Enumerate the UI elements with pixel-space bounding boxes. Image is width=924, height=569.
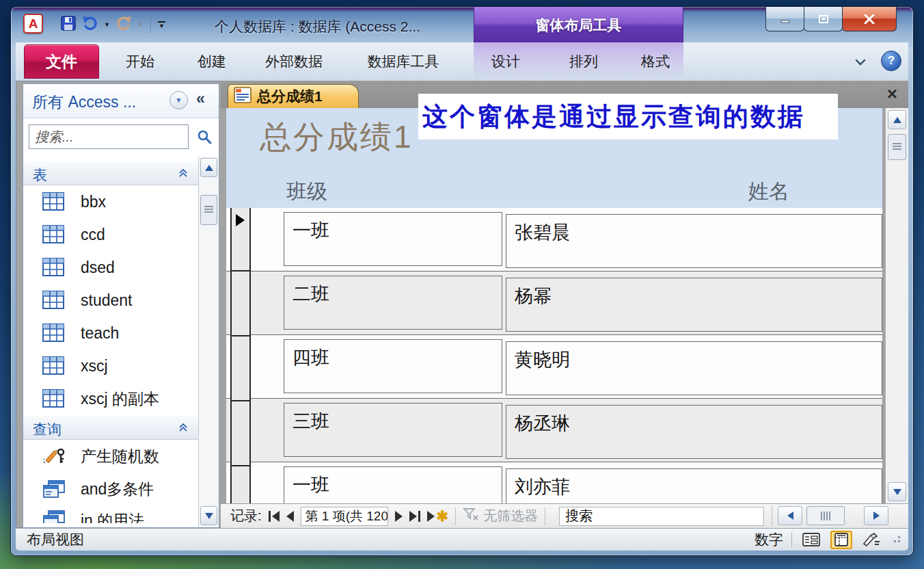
class-field[interactable]: 四班 [284, 339, 502, 393]
close-button[interactable] [842, 7, 897, 31]
redo-icon [115, 15, 133, 34]
name-field[interactable]: 黄晓明 [506, 341, 882, 395]
tab-design[interactable]: 设计 [478, 42, 533, 81]
sidebar-item-student[interactable]: student [23, 284, 198, 317]
record-selector[interactable] [232, 468, 249, 503]
undo-icon[interactable] [81, 15, 99, 34]
previous-record-icon[interactable] [286, 511, 294, 522]
column-header-class[interactable]: 班级 [286, 178, 327, 206]
document-vertical-scrollbar[interactable] [885, 108, 908, 503]
nav-object-list: 表 bbx ccd dsed student teach [23, 157, 198, 527]
tab-external-data[interactable]: 外部数据 [243, 42, 345, 81]
tab-create[interactable]: 创建 [181, 42, 243, 81]
scroll-thumb[interactable] [806, 506, 845, 525]
name-field[interactable]: 刘亦菲 [506, 468, 882, 503]
nav-pane-header[interactable]: 所有 Access ... ▼ « [23, 84, 219, 118]
table-icon [42, 389, 64, 410]
nav-search-input[interactable] [29, 124, 189, 149]
sidebar-item-and-query[interactable]: and多条件 [23, 473, 198, 505]
sidebar-item-in-query[interactable]: in 的用法 [23, 505, 198, 523]
expand-ribbon-icon[interactable] [855, 57, 866, 70]
tab-file[interactable]: 文件 [24, 44, 99, 79]
minimize-button[interactable] [765, 7, 804, 31]
next-record-icon[interactable] [395, 511, 403, 522]
tab-format[interactable]: 格式 [628, 42, 683, 81]
sidebar-item-teach[interactable]: teach [23, 317, 198, 349]
tab-arrange[interactable]: 排列 [556, 42, 611, 81]
table-icon [42, 258, 64, 279]
layout-view-icon[interactable] [830, 531, 852, 549]
navigation-pane: 所有 Access ... ▼ « 表 bbx ccd [23, 83, 219, 528]
scroll-up-icon[interactable] [888, 110, 906, 129]
tab-home[interactable]: 开始 [109, 42, 171, 81]
save-icon[interactable] [60, 15, 77, 34]
nav-scrollbar[interactable] [198, 157, 219, 527]
tab-database-tools[interactable]: 数据库工具 [345, 42, 461, 81]
chevron-up-icon[interactable] [178, 422, 189, 436]
record-search-input[interactable] [559, 507, 764, 526]
undo-dropdown-icon[interactable]: ▼ [104, 21, 110, 28]
class-field[interactable]: 二班 [284, 276, 502, 330]
horizontal-scrollbar[interactable] [772, 505, 906, 526]
record-selector-column[interactable] [230, 208, 251, 503]
current-record-icon [236, 214, 245, 226]
sidebar-item-ccd[interactable]: ccd [23, 218, 198, 251]
class-field[interactable]: 一班 [284, 212, 502, 266]
record-selector[interactable] [232, 338, 249, 401]
sidebar-item-dsed[interactable]: dsed [23, 251, 198, 284]
nav-pane-menu-icon[interactable]: ▼ [169, 91, 188, 109]
name-field[interactable]: 杨幂 [506, 278, 882, 332]
app-body: 所有 Access ... ▼ « 表 bbx ccd [16, 81, 908, 528]
num-lock-indicator: 数字 [755, 530, 783, 549]
first-record-icon[interactable] [269, 511, 280, 522]
class-field[interactable]: 一班 [284, 466, 502, 503]
sidebar-item-random-query[interactable]: 产生随机数 [23, 440, 198, 473]
scroll-up-icon[interactable] [200, 158, 217, 177]
column-header-name[interactable]: 姓名 [748, 178, 789, 206]
record-position-box[interactable]: 第 1 项(共 120 项 [301, 507, 388, 526]
record-selector[interactable] [232, 208, 249, 272]
scroll-left-icon[interactable] [778, 506, 802, 525]
scroll-right-icon[interactable] [864, 506, 888, 525]
nav-search-row [23, 120, 219, 155]
form-title[interactable]: 总分成绩1 [260, 116, 413, 159]
help-icon[interactable]: ? [881, 51, 901, 71]
contextual-tool-title: 窗体布局工具 [474, 7, 683, 42]
name-field[interactable]: 张碧晨 [506, 214, 882, 268]
resize-grip[interactable] [891, 533, 901, 546]
table-icon [42, 291, 64, 312]
section-queries[interactable]: 查询 [23, 415, 198, 440]
nav-pane-title: 所有 Access ... [32, 92, 136, 113]
name-field[interactable]: 杨丞琳 [506, 405, 882, 459]
annotation-text: 这个窗体是通过显示查询的数据 [422, 100, 805, 134]
no-filter-button[interactable]: 无筛选器 [463, 507, 538, 525]
new-record-icon[interactable]: ✱ [427, 511, 449, 522]
section-tables[interactable]: 表 [23, 161, 198, 185]
scroll-thumb[interactable] [888, 134, 906, 160]
view-name-label: 布局视图 [27, 530, 84, 549]
record-selector[interactable] [232, 273, 249, 336]
collapse-pane-icon[interactable]: « [196, 90, 205, 108]
sidebar-item-bbx[interactable]: bbx [23, 185, 198, 218]
chevron-up-icon[interactable] [178, 168, 189, 181]
maximize-button[interactable] [804, 7, 843, 31]
search-icon[interactable] [197, 129, 213, 148]
last-record-icon[interactable] [409, 511, 420, 522]
design-view-icon[interactable] [860, 531, 882, 549]
sidebar-item-xscj-copy[interactable]: xscj 的副本 [23, 382, 198, 415]
sidebar-item-xscj[interactable]: xscj [23, 349, 198, 382]
customize-qat-icon[interactable]: ▼ [158, 21, 165, 28]
access-app-icon[interactable]: A [23, 14, 43, 34]
form-detail: 一班 张碧晨 二班 杨幂 四班 黄晓明 三班 杨丞琳 [226, 208, 882, 503]
scroll-down-icon[interactable] [888, 482, 906, 501]
document-tab[interactable]: 总分成绩1 [228, 84, 359, 108]
scroll-down-icon[interactable] [200, 506, 217, 525]
document-area: 总分成绩1 × 总分成绩1 班级 姓名 一班 张碧晨 二班 [221, 81, 908, 528]
close-document-icon[interactable]: × [887, 82, 897, 105]
form-icon [234, 87, 252, 106]
qat-separator [150, 16, 151, 33]
scroll-thumb[interactable] [200, 195, 217, 225]
record-selector[interactable] [232, 403, 249, 466]
form-view-icon[interactable] [800, 531, 822, 549]
class-field[interactable]: 三班 [284, 403, 502, 457]
